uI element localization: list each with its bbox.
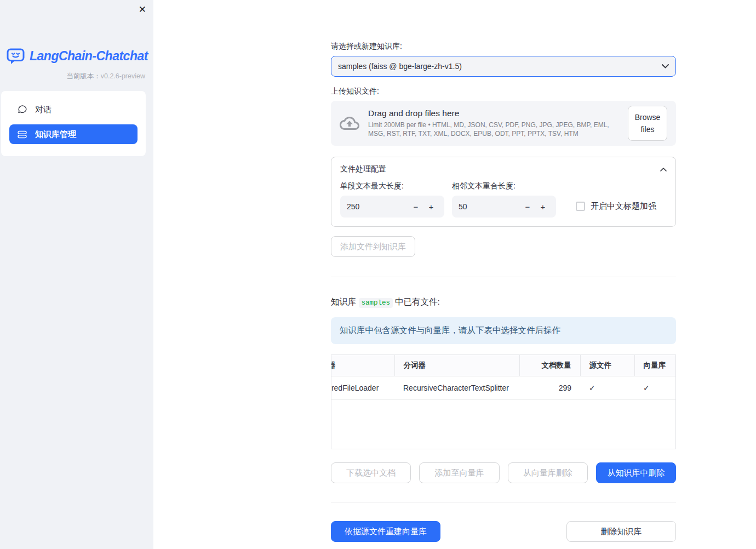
- download-selected-button[interactable]: 下载选中文档: [331, 462, 411, 483]
- kb-select[interactable]: samples (faiss @ bge-large-zh-v1.5): [331, 56, 676, 77]
- cell-source-file-check: ✓: [580, 376, 634, 399]
- kb-actions-row: 依据源文件重建向量库 删除知识库: [331, 521, 676, 549]
- overlap-label: 相邻文本重合长度:: [452, 181, 556, 191]
- chunk-size-increment-button[interactable]: +: [423, 196, 439, 217]
- version-label: 当前版本：: [66, 72, 101, 80]
- chat-bubble-icon: [18, 105, 27, 115]
- chunk-size-input[interactable]: 250 − +: [340, 196, 444, 218]
- dropzone-title: Drag and drop files here: [368, 108, 621, 118]
- kb-select-value: samples (faiss @ bge-large-zh-v1.5): [338, 62, 662, 71]
- version-value: v0.2.6-preview: [101, 72, 145, 80]
- column-header-vector-store[interactable]: 向量库: [634, 355, 676, 376]
- delete-kb-button[interactable]: 删除知识库: [566, 521, 676, 542]
- chevron-up-icon: [660, 168, 667, 171]
- overlap-value: 50: [459, 202, 520, 211]
- app-logo: LangChain-Chatchat: [7, 47, 147, 65]
- divider: [331, 277, 676, 277]
- column-header-loader[interactable]: 文档加载器: [331, 355, 394, 376]
- column-header-source-file[interactable]: 源文件: [580, 355, 634, 376]
- overlap-input[interactable]: 50 − +: [452, 196, 556, 218]
- sidebar-item-label: 对话: [35, 105, 51, 115]
- chevron-down-icon: [662, 64, 669, 68]
- main-panel: 请选择或新建知识库: samples (faiss @ bge-large-zh…: [153, 0, 756, 549]
- file-config-expander: 文件处理配置 单段文本最大长度: 250 − + 相邻文: [331, 157, 676, 227]
- rebuild-vector-store-button[interactable]: 依据源文件重建向量库: [331, 521, 440, 542]
- delete-from-kb-button[interactable]: 从知识库中删除: [596, 462, 676, 483]
- expander-header[interactable]: 文件处理配置: [331, 157, 675, 180]
- column-header-doc-count[interactable]: 文档数量: [519, 355, 580, 376]
- file-actions-row: 下载选中文档 添加至向量库 从向量库删除 从知识库中删除: [331, 462, 676, 483]
- overlap-decrement-button[interactable]: −: [520, 196, 535, 217]
- kb-select-label: 请选择或新建知识库:: [331, 42, 676, 52]
- table-header-row: 文档加载器 分词器 文档数量 源文件 向量库: [331, 355, 676, 376]
- info-banner: 知识库中包含源文件与向量库，请从下表中选择文件后操作: [331, 317, 676, 344]
- kb-files-suffix: 中已有文件:: [395, 297, 440, 306]
- sidebar-close-icon[interactable]: ✕: [139, 3, 146, 16]
- sidebar-menu: 对话 知识库管理: [1, 91, 146, 156]
- sidebar: ✕ LangChain-Chatchat 当前版本：v0.2.6-preview…: [0, 0, 153, 549]
- upload-label: 上传知识文件:: [331, 87, 676, 96]
- expander-title: 文件处理配置: [340, 164, 386, 174]
- cell-doc-count: 299: [519, 376, 580, 399]
- delete-from-vector-store-button[interactable]: 从向量库删除: [508, 462, 588, 483]
- overlap-increment-button[interactable]: +: [535, 196, 551, 217]
- kb-files-line: 知识库samples中已有文件:: [331, 296, 676, 308]
- kb-name-code: samples: [359, 298, 393, 308]
- sidebar-item-knowledge-base[interactable]: 知识库管理: [9, 124, 138, 144]
- cell-vector-store-check: ✓: [634, 376, 676, 399]
- zh-title-enhance-label: 开启中文标题加强: [591, 201, 656, 211]
- chunk-size-label: 单段文本最大长度:: [340, 181, 444, 191]
- divider: [331, 502, 676, 502]
- column-header-splitter[interactable]: 分词器: [394, 355, 519, 376]
- version-line: 当前版本：v0.2.6-preview: [0, 72, 145, 81]
- cell-splitter: RecursiveCharacterTextSplitter: [394, 376, 519, 399]
- app-title: LangChain-Chatchat: [30, 49, 148, 64]
- sidebar-item-dialogue[interactable]: 对话: [9, 100, 138, 119]
- file-dropzone[interactable]: Drag and drop files here Limit 200MB per…: [331, 101, 676, 146]
- cell-loader: UnstructuredFileLoader: [331, 376, 394, 399]
- zh-title-enhance-checkbox[interactable]: [576, 202, 585, 211]
- kb-files-prefix: 知识库: [331, 297, 357, 306]
- table-row[interactable]: UnstructuredFileLoader RecursiveCharacte…: [331, 376, 676, 399]
- add-to-vector-store-button[interactable]: 添加至向量库: [419, 462, 499, 483]
- add-files-to-kb-button[interactable]: 添加文件到知识库: [331, 236, 415, 257]
- info-text: 知识库中包含源文件与向量库，请从下表中选择文件后操作: [340, 325, 560, 335]
- files-table[interactable]: 文档加载器 分词器 文档数量 源文件 向量库 UnstructuredFileL…: [331, 354, 676, 449]
- stacked-bars-icon: [18, 130, 27, 139]
- chunk-size-decrement-button[interactable]: −: [408, 196, 423, 217]
- cloud-upload-icon: [340, 113, 359, 133]
- dropzone-limits: Limit 200MB per file • HTML, MD, JSON, C…: [368, 121, 621, 138]
- sidebar-item-label: 知识库管理: [35, 129, 76, 140]
- browse-files-button[interactable]: Browse files: [628, 106, 667, 141]
- logo-chat-bubble-icon: [7, 47, 25, 65]
- chunk-size-value: 250: [347, 202, 408, 211]
